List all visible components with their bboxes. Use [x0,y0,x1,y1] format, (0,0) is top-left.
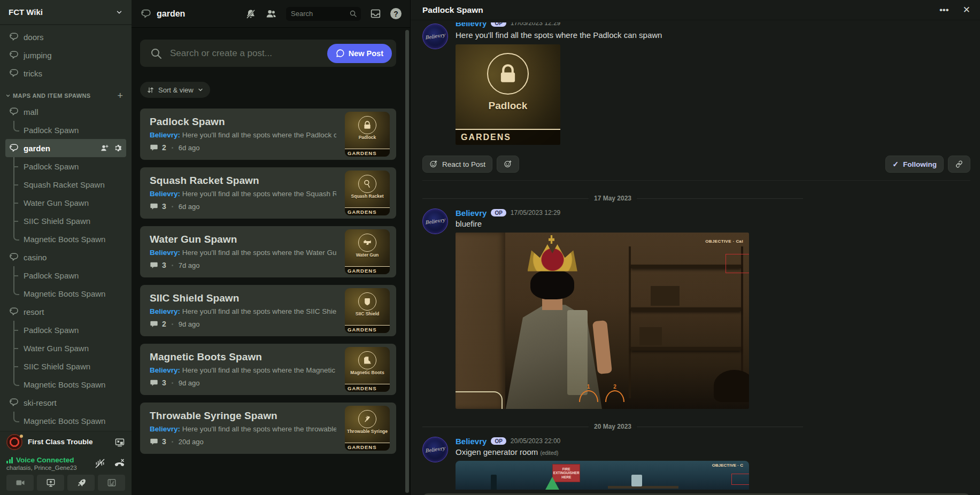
thread-panel: Padlock Spawn ••• ✕ Believry Believry OP… [411,0,980,495]
objective-box [731,474,749,485]
sidebar-item[interactable]: SIIC Shield Spawn [5,212,126,230]
screenshare-button[interactable] [37,475,64,491]
add-reaction-button[interactable] [497,156,519,173]
post-age: 6d ago [179,144,200,152]
forum-post-card[interactable]: Squash Racket Spawn Believry: Here you'l… [140,167,396,219]
forum-scrollbar[interactable] [405,30,409,493]
item-label: Padlock [456,100,560,112]
post-author: Believry [150,366,178,374]
sidebar-item[interactable]: Water Gun Spawn [5,339,126,357]
more-options-icon[interactable]: ••• [939,5,949,14]
discord-app: FCT Wiki doors jumping [0,0,980,495]
sidebar-item[interactable]: resort [5,303,126,321]
create-channel-icon[interactable]: + [117,91,123,100]
sidebar-item[interactable]: SIIC Shield Spawn [5,357,126,375]
members-icon[interactable] [265,8,277,20]
game-screenshot-oxigen-room[interactable]: FIRE EXTINGUISHER HERE OBJECTIVE · C [456,461,749,490]
post-preview: Believry: Here you'll find all the spots… [150,249,336,257]
help-icon[interactable]: ? [390,8,402,19]
notifications-muted-icon[interactable] [245,9,256,19]
avatar[interactable]: Believry [422,24,448,49]
voice-status-panel: Voice Connected charlasis, Prince_Gene23 [0,452,132,474]
voice-status-label[interactable]: Voice Connected [16,456,74,464]
sidebar-item-label: Padlock Spawn [24,126,126,135]
forum-post-card[interactable]: SIIC Shield Spawn Believry: Here you'll … [140,285,396,336]
post-search-input[interactable] [170,48,327,59]
timestamp: 20/05/2023 22:00 [511,437,560,445]
post-title: SIIC Shield Spawn [150,292,336,304]
sidebar-item[interactable]: Padlock Spawn [5,321,126,339]
author-name[interactable]: Believry [456,208,487,218]
avatar[interactable]: Believry [422,208,448,234]
padlock-gardens-image[interactable]: Padlock GARDENS [456,44,560,145]
forum-post-card[interactable]: Throwable Syringe Spawn Believry: Here y… [140,403,396,454]
author-name[interactable]: Believry [456,22,487,28]
water-gun-icon [362,238,372,248]
sidebar-item[interactable]: garden [5,139,126,157]
chevron-down-icon [115,9,123,16]
activity-panel: First Class Trouble [0,431,132,452]
server-header[interactable]: FCT Wiki [0,0,132,25]
sidebar-item[interactable]: Padlock Spawn [5,266,126,284]
thread-title: Padlock Spawn [422,5,925,15]
edited-label: (edited) [540,450,558,456]
thumbnail-item-circle [358,175,376,193]
post-title: Squash Racket Spawn [150,175,336,187]
invite-people-icon[interactable] [101,144,109,152]
sort-and-view-button[interactable]: Sort & view [140,82,210,98]
copy-link-button[interactable] [948,156,970,173]
inbox-icon[interactable] [370,8,381,19]
stream-pip-icon[interactable] [114,437,125,447]
soundboard-button[interactable] [98,475,125,491]
sidebar-item[interactable]: MAPS AND ITEM SPAWNS + [5,89,126,103]
noise-suppression-icon[interactable] [95,458,105,469]
forum-post-card[interactable]: Padlock Spawn Believry: Here you'll find… [140,109,396,160]
message-count: 2 [162,320,166,328]
sidebar-item[interactable]: Squash Racket Spawn [5,175,126,194]
sidebar-item-label: MAPS AND ITEM SPAWNS [13,92,117,99]
channel-settings-gear-icon[interactable] [113,144,122,152]
post-preview: Believry: Here you'll find all the spots… [150,190,336,198]
disconnect-call-icon[interactable] [114,458,125,469]
sidebar-item[interactable]: Magnetic Boots Spawn [5,375,126,393]
voice-channel-label[interactable]: charlasis, Prince_Gene23 [6,465,95,471]
message-count: 3 [162,378,166,387]
message-count: 2 [162,143,166,152]
forum-channel-icon [9,106,19,117]
new-post-button[interactable]: New Post [327,44,392,63]
sidebar-item[interactable]: ski-resort [5,393,126,412]
sidebar-item[interactable]: Padlock Spawn [5,157,126,175]
sidebar-item[interactable]: Padlock Spawn [5,121,126,139]
avatar[interactable]: Believry [422,437,448,462]
sidebar-item[interactable]: doors [5,28,126,46]
sidebar-item[interactable]: Magnetic Boots Spawn [5,284,126,303]
author-name[interactable]: Believry [456,437,487,446]
forum-post-card[interactable]: Magnetic Boots Spawn Believry: Here you'… [140,344,396,395]
sidebar-item[interactable]: jumping [5,46,126,64]
thread-connector [11,266,19,284]
sidebar-item[interactable]: Water Gun Spawn [5,194,126,212]
sidebar-item[interactable]: Magnetic Boots Spawn [5,412,126,430]
close-icon[interactable]: ✕ [963,5,970,14]
sidebar-item-label: Water Gun Spawn [24,198,126,207]
game-screenshot-bluefire[interactable]: OBJECTIVE · Cal 1 2 [456,233,749,409]
activities-button[interactable] [67,475,95,491]
forum-body: New Post Sort & view Padlock Spawn Belie… [132,28,410,495]
sidebar-item-label: Magnetic Boots Spawn [24,235,126,244]
thumbnail-item-label: Magnetic Boots [350,370,384,376]
camera-button[interactable] [6,475,34,491]
following-button[interactable]: ✓ Following [885,156,944,173]
sidebar-item[interactable]: casino [5,248,126,266]
channel-title: garden [157,9,245,19]
sidebar-item[interactable]: Magnetic Boots Spawn [5,230,126,248]
post-search-bar[interactable]: New Post [140,40,396,67]
forum-post-card[interactable]: Water Gun Spawn Believry: Here you'll fi… [140,226,396,277]
thread-connector [11,212,19,230]
sidebar-item-label: Padlock Spawn [24,162,126,171]
react-to-post-button[interactable]: React to Post [422,156,492,173]
sidebar-item[interactable]: mall [5,103,126,121]
collapse-chevron-icon[interactable] [5,93,11,98]
clipped-message-header: Believry OP 17/05/2023 12:29 [456,22,970,29]
sidebar-item[interactable]: tricks [5,64,126,82]
activity-name: First Class Trouble [28,438,109,446]
